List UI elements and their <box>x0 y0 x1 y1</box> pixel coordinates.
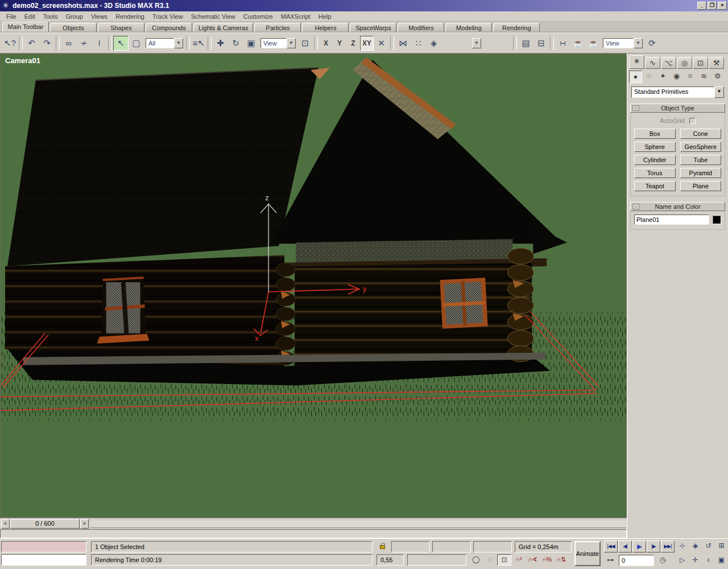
object-color-swatch[interactable] <box>713 216 721 224</box>
tab-particles[interactable]: Particles <box>254 23 301 32</box>
menu-item[interactable]: Rendering <box>111 12 148 21</box>
render-scene-icon[interactable]: ☕ <box>570 36 586 51</box>
pyramid-button[interactable]: Pyramid <box>680 168 722 178</box>
object-type-rollout-header[interactable]: - Object Type <box>630 104 725 113</box>
region-select-icon[interactable]: ▢ <box>129 36 144 51</box>
panel-tab-modify[interactable]: ∿ <box>645 57 660 69</box>
spinner-snap-icon[interactable]: ∩⇅ <box>554 554 568 566</box>
field-of-view-icon[interactable]: ▷ <box>676 555 689 566</box>
redo-icon[interactable]: ↷ <box>39 36 55 51</box>
category-spacewarps-icon[interactable]: ≋ <box>697 71 710 83</box>
collapse-icon[interactable]: - <box>632 204 639 209</box>
restrict-z-button[interactable]: Z <box>346 36 360 51</box>
quick-render-icon[interactable]: ☕ <box>586 36 601 51</box>
menu-item[interactable]: File <box>2 12 20 21</box>
orbit-camera-icon[interactable]: ♁ <box>702 555 715 566</box>
selection-filter-dropdown[interactable]: All▼ <box>146 38 183 49</box>
tab-modifiers[interactable]: Modifiers <box>398 23 444 32</box>
category-systems-icon[interactable]: ⚙ <box>711 71 724 83</box>
goto-end-button[interactable]: ▶▶| <box>661 541 675 552</box>
reference-coordinate-dropdown[interactable]: View▼ <box>260 38 296 49</box>
tab-lights-cameras[interactable]: Lights & Cameras <box>193 23 253 32</box>
object-name-input[interactable]: Plane01 <box>634 215 709 225</box>
help-mode-icon[interactable]: ↖? <box>2 36 18 51</box>
menu-item[interactable]: Help <box>315 12 336 21</box>
track-bar-ruler[interactable] <box>0 529 627 538</box>
restrict-y-button[interactable]: Y <box>333 36 346 51</box>
tab-modeling[interactable]: Modeling <box>445 23 492 32</box>
render-last-icon[interactable]: ⟳ <box>644 36 660 51</box>
select-by-name-icon[interactable]: ≡↖ <box>191 36 206 51</box>
restrict-x-button[interactable]: X <box>319 36 333 51</box>
select-move-icon[interactable]: ✚ <box>213 36 228 51</box>
time-slider[interactable]: 0 / 600 <box>10 519 80 529</box>
panel-tab-create[interactable]: ✳ <box>629 55 644 69</box>
maxscript-mini-listener-white[interactable] <box>1 554 86 566</box>
link-icon[interactable]: ∞ <box>61 36 76 51</box>
panel-tab-motion[interactable]: ◎ <box>677 57 692 69</box>
tab-shapes[interactable]: Shapes <box>98 23 144 32</box>
category-lights-icon[interactable]: ✦ <box>656 71 669 83</box>
open-track-view-icon[interactable]: ▤ <box>518 36 533 51</box>
time-slider-track[interactable] <box>90 520 626 528</box>
pivot-center-icon[interactable]: ⊡ <box>297 36 313 51</box>
category-helpers-icon[interactable]: ⌗ <box>684 71 697 83</box>
percent-snap-icon[interactable]: ∩% <box>540 554 554 566</box>
minimize-button[interactable]: _ <box>697 2 706 10</box>
tab-objects[interactable]: Objects <box>50 23 97 32</box>
subcategory-dropdown[interactable]: Standard Primitives ▼ <box>631 86 724 98</box>
category-cameras-icon[interactable]: ◉ <box>670 71 683 83</box>
roll-camera-icon[interactable]: ↺ <box>702 541 715 552</box>
ik-toggle-icon[interactable]: ✕ <box>374 36 389 51</box>
box-button[interactable]: Box <box>634 129 676 139</box>
tab-spacewarps[interactable]: SpaceWarps <box>350 23 396 32</box>
next-frame-arrow[interactable]: > <box>80 519 89 529</box>
snap-toggle-icon[interactable]: ⊡ <box>497 554 511 566</box>
angle-snap-icon[interactable]: ∩∢ <box>526 554 540 566</box>
menu-item[interactable]: Track View <box>148 12 187 21</box>
zoom-extents-icon[interactable]: ◈ <box>689 541 702 552</box>
minmax-toggle-icon[interactable]: ▣ <box>715 555 728 566</box>
select-rotate-icon[interactable]: ↻ <box>228 36 243 51</box>
previous-frame-arrow[interactable]: < <box>1 519 10 529</box>
tab-helpers[interactable]: Helpers <box>302 23 349 32</box>
restore-button[interactable]: ❐ <box>708 2 717 10</box>
close-button[interactable]: × <box>718 2 727 10</box>
goto-start-button[interactable]: |◀◀ <box>604 541 618 552</box>
menu-item[interactable]: Views <box>87 12 111 21</box>
crossing-selection-icon[interactable]: ◯ <box>469 554 483 566</box>
tab-rendering[interactable]: Rendering <box>493 23 540 32</box>
autogrid-checkbox[interactable] <box>689 118 696 124</box>
next-frame-button[interactable]: |▶ <box>647 541 660 552</box>
cylinder-button[interactable]: Cylinder <box>634 155 676 165</box>
cone-button[interactable]: Cone <box>680 129 722 139</box>
dolly-camera-icon[interactable]: ⊹ <box>676 541 689 552</box>
menu-item[interactable]: Schematic View <box>187 12 239 21</box>
render-type-dropdown[interactable]: View▼ <box>603 38 643 49</box>
tube-button[interactable]: Tube <box>680 155 722 165</box>
bind-spacewarp-icon[interactable]: ≀ <box>92 36 107 51</box>
menu-item[interactable]: Group <box>61 12 87 21</box>
snap-3d-icon[interactable]: ∩³ <box>511 554 526 566</box>
time-configuration-icon[interactable]: ◷ <box>656 555 669 566</box>
unlink-icon[interactable]: ≁ <box>76 36 92 51</box>
open-schematic-view-icon[interactable]: ⊟ <box>533 36 549 51</box>
menu-item[interactable]: Customize <box>239 12 277 21</box>
zoom-extents-all-icon[interactable]: ⊞ <box>715 541 728 552</box>
plane-button[interactable]: Plane <box>680 181 722 191</box>
maxscript-mini-listener-pink[interactable] <box>1 541 86 552</box>
select-scale-icon[interactable]: ▣ <box>243 36 259 51</box>
category-geometry-icon[interactable]: ● <box>629 71 642 83</box>
menu-item[interactable]: Tools <box>39 12 62 21</box>
pan-camera-icon[interactable]: ✛ <box>689 555 702 566</box>
viewport-label[interactable]: Camera01 <box>5 56 40 65</box>
tab-main-toolbar[interactable]: Main Toolbar <box>2 22 49 32</box>
undo-icon[interactable]: ↶ <box>24 36 39 51</box>
name-color-rollout-header[interactable]: - Name and Color <box>630 202 725 211</box>
camera-viewport[interactable]: z y x Camera01 <box>0 53 627 518</box>
key-mode-icon[interactable]: ⊶ <box>604 555 617 566</box>
menu-item[interactable]: MAXScript <box>277 12 315 21</box>
play-button[interactable]: ▶ <box>632 541 646 552</box>
chevron-down-icon[interactable]: ▼ <box>714 86 724 98</box>
menu-item[interactable]: Edit <box>20 12 39 21</box>
